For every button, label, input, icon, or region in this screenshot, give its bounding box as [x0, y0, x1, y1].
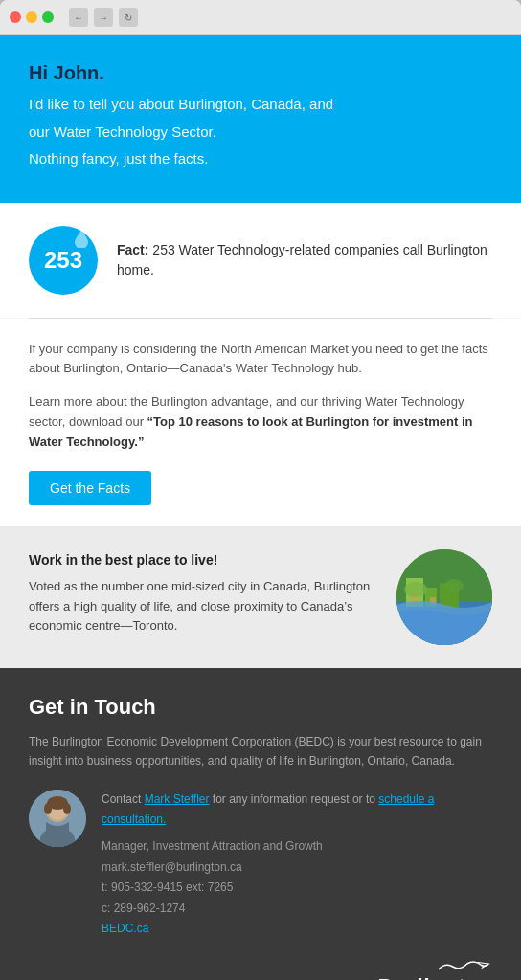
minimize-button[interactable] — [26, 11, 37, 23]
get-facts-button[interactable]: Get the Facts — [29, 471, 151, 505]
contact-heading: Get in Touch — [29, 695, 492, 720]
droplet-icon — [75, 231, 88, 248]
contact-avatar — [29, 790, 86, 847]
contact-name-link[interactable]: Mark Steffler — [145, 792, 210, 806]
email-header: Hi John. I'd like to tell you about Burl… — [0, 35, 521, 203]
browser-titlebar: ← → ↻ — [0, 0, 521, 35]
contact-details: Contact Mark Steffler for any informatio… — [102, 790, 492, 940]
work-section: Work in the best place to live! Voted as… — [0, 526, 521, 668]
burlington-logo: Burlington ONTARIO, CANADA — [376, 961, 492, 980]
body-paragraph-1: If your company is considering the North… — [29, 340, 492, 380]
work-heading: Work in the best place to live! — [29, 549, 377, 570]
close-button[interactable] — [10, 11, 21, 23]
work-body: Voted as the number one mid-sized city i… — [29, 579, 370, 634]
fact-label: Fact: — [117, 242, 148, 257]
svg-point-14 — [44, 803, 52, 814]
email-text: mark.steffler@burlington.ca — [102, 858, 492, 879]
tagline-line1: I'd like to tell you about Burlington, C… — [29, 94, 492, 116]
forward-icon[interactable]: → — [94, 8, 113, 27]
tagline-line2: our Water Technology Sector. — [29, 122, 492, 144]
title-text: Manager, Investment Attraction and Growt… — [102, 836, 492, 858]
body-paragraph-2: Learn more about the Burlington advantag… — [29, 392, 492, 452]
logo-brand: Burlington — [376, 974, 492, 980]
svg-point-7 — [404, 582, 427, 597]
traffic-lights — [10, 11, 54, 23]
phone-c: c: 289-962-1274 — [102, 899, 492, 920]
work-text: Work in the best place to live! Voted as… — [29, 549, 377, 636]
avatar-svg — [29, 790, 86, 847]
city-image — [396, 549, 492, 645]
greeting-text: Hi John. — [29, 62, 492, 84]
fact-section: 253 Fact: 253 Water Technology-related c… — [0, 203, 521, 318]
city-svg — [396, 549, 492, 645]
svg-point-8 — [444, 579, 464, 592]
tagline-line3: Nothing fancy, just the facts. — [29, 148, 492, 170]
contact-section: Get in Touch The Burlington Economic Dev… — [0, 668, 521, 980]
browser-toolbar: ← → ↻ — [69, 8, 511, 27]
email-wrapper: Hi John. I'd like to tell you about Burl… — [0, 35, 521, 980]
svg-point-15 — [63, 803, 71, 814]
back-icon[interactable]: ← — [69, 8, 88, 27]
contact-row: Contact Mark Steffler for any informatio… — [29, 790, 492, 940]
contact-suffix: for any information request or to — [210, 792, 379, 806]
maximize-button[interactable] — [42, 11, 54, 23]
logo-wave-icon — [435, 961, 492, 972]
contact-line1: Contact Mark Steffler for any informatio… — [102, 790, 492, 831]
phone-t: t: 905-332-9415 ext: 7265 — [102, 878, 492, 899]
fact-text: Fact: 253 Water Technology-related compa… — [117, 240, 492, 280]
fact-badge: 253 — [29, 226, 98, 295]
browser-content: Hi John. I'd like to tell you about Burl… — [0, 35, 521, 980]
browser-window: ← → ↻ Hi John. I'd like to tell you abou… — [0, 0, 521, 980]
footer-logo: Burlington ONTARIO, CANADA — [29, 959, 492, 980]
city-aerial-graphic — [396, 549, 492, 645]
fact-description: 253 Water Technology-related companies c… — [117, 242, 487, 278]
body-section: If your company is considering the North… — [0, 319, 521, 527]
contact-prefix: Contact — [102, 792, 145, 806]
contact-intro: The Burlington Economic Development Corp… — [29, 733, 492, 769]
fact-number: 253 — [44, 247, 82, 274]
reload-icon[interactable]: ↻ — [119, 8, 138, 27]
bedc-link[interactable]: BEDC.ca — [102, 922, 148, 935]
contact-title: Manager, Investment Attraction and Growt… — [102, 836, 492, 940]
